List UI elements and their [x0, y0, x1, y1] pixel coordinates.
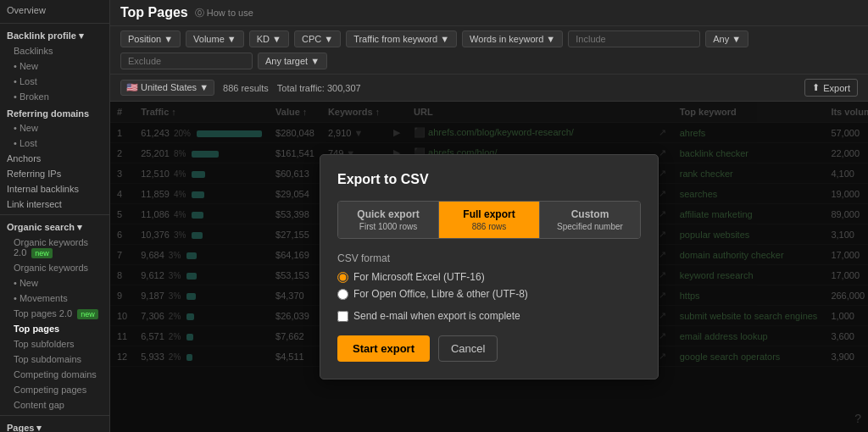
full-export-title: Full export: [448, 208, 531, 220]
full-export-sub: 886 rows: [448, 222, 531, 231]
main-content: Top Pages ⓪ How to use Position ▼ Volume…: [110, 0, 868, 432]
page-title: Top Pages: [120, 5, 188, 20]
volume-filter[interactable]: Volume ▼: [186, 30, 244, 47]
radio-utf16-label: For Microsoft Excel (UTF-16): [353, 271, 485, 283]
sidebar-item-top-subdomains[interactable]: Top subdomains: [0, 352, 109, 367]
sidebar-item-content-gap[interactable]: Content gap: [0, 397, 109, 413]
table-area: # Traffic ↑ Value ↑ Keywords ↑ URL Top k…: [110, 102, 868, 432]
any-filter[interactable]: Any ▼: [705, 30, 748, 47]
radio-utf8[interactable]: For Open Office, Libre & other (UTF-8): [337, 288, 641, 300]
radio-utf16-input[interactable]: [337, 272, 348, 283]
top-header: Top Pages ⓪ How to use: [110, 0, 868, 26]
sidebar-section-referring[interactable]: Referring domains: [0, 104, 109, 120]
sidebar-item-anchors[interactable]: Anchors: [0, 151, 109, 166]
radio-utf8-input[interactable]: [337, 289, 348, 300]
sidebar-item-referring-ips[interactable]: Referring IPs: [0, 166, 109, 181]
cancel-button[interactable]: Cancel: [438, 335, 498, 362]
start-export-button[interactable]: Start export: [337, 335, 430, 362]
sidebar-item-backlinks[interactable]: Backlinks: [0, 43, 109, 58]
include-input[interactable]: [568, 30, 700, 47]
sidebar-item-competing-pages[interactable]: Competing pages: [0, 382, 109, 397]
tab-quick-export[interactable]: Quick export First 1000 rows: [338, 202, 439, 238]
tab-full-export[interactable]: Full export 886 rows: [439, 202, 540, 238]
sidebar-item-movements[interactable]: • Movements: [0, 291, 109, 306]
radio-utf8-label: For Open Office, Libre & other (UTF-8): [353, 288, 528, 300]
sidebar-item-top-subfolders[interactable]: Top subfolders: [0, 336, 109, 352]
custom-export-title: Custom: [548, 208, 632, 220]
filter-bar: Position ▼ Volume ▼ KD ▼ CPC ▼ Traffic f…: [110, 26, 868, 75]
position-filter[interactable]: Position ▼: [120, 30, 181, 47]
sidebar-section-organic[interactable]: Organic search ▾: [0, 218, 109, 235]
sidebar-item-new-organic[interactable]: • New: [0, 275, 109, 291]
sidebar-item-new-ref[interactable]: • New: [0, 120, 109, 136]
custom-export-sub: Specified number: [548, 222, 632, 231]
cpc-filter[interactable]: CPC ▼: [294, 30, 341, 47]
modal-overlay: Export to CSV Quick export First 1000 ro…: [110, 102, 868, 432]
how-to-use-link[interactable]: ⓪ How to use: [195, 7, 253, 19]
exclude-input[interactable]: [120, 53, 253, 69]
sidebar-section-backlink[interactable]: Backlink profile ▾: [0, 26, 109, 43]
sidebar: Overview Backlink profile ▾ Backlinks • …: [0, 0, 110, 432]
sidebar-item-competing-domains[interactable]: Competing domains: [0, 367, 109, 382]
total-traffic: Total traffic: 300,307: [277, 83, 361, 93]
export-icon: ⬆: [812, 82, 820, 93]
quick-export-sub: First 1000 rows: [347, 222, 430, 231]
modal-title: Export to CSV: [337, 172, 641, 187]
csv-radio-group: For Microsoft Excel (UTF-16) For Open Of…: [337, 271, 641, 300]
sidebar-item-organic-kw2[interactable]: Organic keywords 2.0 new: [0, 235, 109, 260]
results-bar: 🇺🇸 United States ▼ 886 results Total tra…: [110, 75, 868, 102]
sidebar-item-lost-ref[interactable]: • Lost: [0, 136, 109, 151]
traffic-keyword-filter[interactable]: Traffic from keyword ▼: [346, 30, 457, 47]
sidebar-item-organic-kw[interactable]: Organic keywords: [0, 260, 109, 275]
export-button[interactable]: ⬆ Export: [804, 79, 858, 97]
sidebar-item-new-backlinks[interactable]: • New: [0, 58, 109, 74]
email-checkbox-input[interactable]: [337, 311, 348, 322]
sidebar-item-top-pages[interactable]: Top pages: [0, 321, 109, 336]
modal-actions: Start export Cancel: [337, 335, 641, 362]
quick-export-title: Quick export: [347, 208, 430, 220]
sidebar-section-pages[interactable]: Pages ▾: [0, 418, 109, 432]
csv-format-label: CSV format: [337, 252, 641, 264]
results-info: 🇺🇸 United States ▼ 886 results Total tra…: [120, 80, 361, 96]
sidebar-item-overview[interactable]: Overview: [0, 0, 109, 20]
export-modal: Export to CSV Quick export First 1000 ro…: [320, 154, 659, 379]
sidebar-item-lost-backlinks[interactable]: • Lost: [0, 74, 109, 89]
sidebar-item-broken-backlinks[interactable]: • Broken: [0, 89, 109, 104]
results-count: 886 results: [223, 83, 269, 93]
words-keyword-filter[interactable]: Words in keyword ▼: [462, 30, 563, 47]
country-selector[interactable]: 🇺🇸 United States ▼: [120, 80, 214, 96]
export-tabs: Quick export First 1000 rows Full export…: [337, 201, 641, 239]
sidebar-item-top-pages2[interactable]: Top pages 2.0 new: [0, 306, 109, 321]
any-target-filter[interactable]: Any target ▼: [258, 53, 327, 69]
kd-filter[interactable]: KD ▼: [249, 30, 289, 47]
export-label: Export: [823, 83, 850, 93]
radio-utf16[interactable]: For Microsoft Excel (UTF-16): [337, 271, 641, 283]
sidebar-item-link-intersect[interactable]: Link intersect: [0, 197, 109, 212]
email-checkbox[interactable]: Send e-mail when export is complete: [337, 310, 641, 322]
sidebar-item-internal-backlinks[interactable]: Internal backlinks: [0, 181, 109, 197]
email-checkbox-label: Send e-mail when export is complete: [353, 310, 520, 322]
tab-custom-export[interactable]: Custom Specified number: [540, 202, 640, 238]
